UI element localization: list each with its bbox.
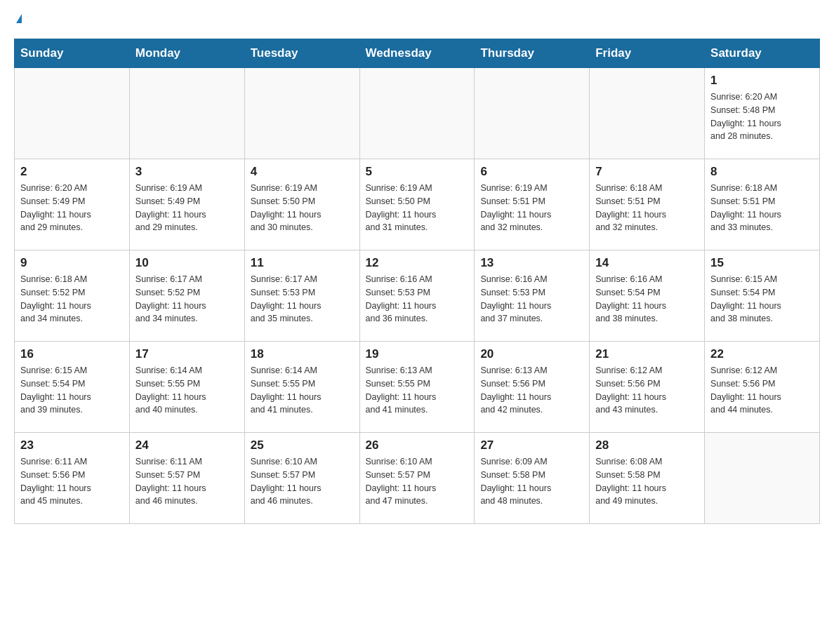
day-number: 1	[710, 74, 814, 88]
calendar-cell: 22Sunrise: 6:12 AM Sunset: 5:56 PM Dayli…	[705, 342, 820, 433]
day-number: 22	[710, 347, 814, 361]
day-number: 27	[480, 438, 583, 452]
calendar-cell	[475, 68, 590, 159]
calendar-week-row: 2Sunrise: 6:20 AM Sunset: 5:49 PM Daylig…	[15, 159, 820, 250]
day-info: Sunrise: 6:19 AM Sunset: 5:49 PM Dayligh…	[135, 182, 239, 234]
calendar-cell: 4Sunrise: 6:19 AM Sunset: 5:50 PM Daylig…	[244, 159, 359, 250]
weekday-header-monday: Monday	[129, 39, 244, 68]
calendar-cell: 8Sunrise: 6:18 AM Sunset: 5:51 PM Daylig…	[705, 159, 820, 250]
day-info: Sunrise: 6:19 AM Sunset: 5:50 PM Dayligh…	[251, 182, 354, 234]
day-info: Sunrise: 6:18 AM Sunset: 5:52 PM Dayligh…	[20, 273, 124, 326]
day-info: Sunrise: 6:16 AM Sunset: 5:53 PM Dayligh…	[366, 273, 469, 326]
day-number: 5	[366, 165, 469, 179]
calendar-cell: 19Sunrise: 6:13 AM Sunset: 5:55 PM Dayli…	[359, 342, 475, 433]
calendar-cell	[705, 433, 820, 524]
day-info: Sunrise: 6:11 AM Sunset: 5:56 PM Dayligh…	[20, 455, 124, 508]
calendar-week-row: 16Sunrise: 6:15 AM Sunset: 5:54 PM Dayli…	[15, 342, 820, 433]
calendar-cell: 7Sunrise: 6:18 AM Sunset: 5:51 PM Daylig…	[590, 159, 705, 250]
day-number: 24	[135, 438, 239, 452]
calendar-cell: 6Sunrise: 6:19 AM Sunset: 5:51 PM Daylig…	[475, 159, 590, 250]
calendar-cell: 9Sunrise: 6:18 AM Sunset: 5:52 PM Daylig…	[15, 250, 130, 342]
calendar-cell: 11Sunrise: 6:17 AM Sunset: 5:53 PM Dayli…	[244, 250, 359, 342]
day-info: Sunrise: 6:15 AM Sunset: 5:54 PM Dayligh…	[20, 364, 124, 417]
weekday-header-friday: Friday	[590, 39, 705, 68]
calendar-cell: 13Sunrise: 6:16 AM Sunset: 5:53 PM Dayli…	[475, 250, 590, 342]
day-info: Sunrise: 6:11 AM Sunset: 5:57 PM Dayligh…	[135, 455, 239, 508]
day-info: Sunrise: 6:17 AM Sunset: 5:52 PM Dayligh…	[135, 273, 239, 326]
logo	[14, 14, 35, 25]
logo-flag-icon	[16, 14, 22, 23]
day-info: Sunrise: 6:13 AM Sunset: 5:56 PM Dayligh…	[480, 364, 583, 417]
calendar-cell	[129, 68, 244, 159]
day-number: 4	[251, 165, 354, 179]
calendar-cell: 17Sunrise: 6:14 AM Sunset: 5:55 PM Dayli…	[129, 342, 244, 433]
day-info: Sunrise: 6:16 AM Sunset: 5:53 PM Dayligh…	[480, 273, 583, 326]
day-info: Sunrise: 6:12 AM Sunset: 5:56 PM Dayligh…	[710, 364, 814, 417]
calendar-cell	[244, 68, 359, 159]
day-number: 3	[135, 165, 239, 179]
weekday-header-saturday: Saturday	[705, 39, 820, 68]
day-number: 18	[251, 347, 354, 361]
day-info: Sunrise: 6:13 AM Sunset: 5:55 PM Dayligh…	[366, 364, 469, 417]
calendar-cell: 20Sunrise: 6:13 AM Sunset: 5:56 PM Dayli…	[475, 342, 590, 433]
day-info: Sunrise: 6:10 AM Sunset: 5:57 PM Dayligh…	[366, 455, 469, 508]
day-info: Sunrise: 6:20 AM Sunset: 5:49 PM Dayligh…	[20, 182, 124, 234]
day-number: 26	[366, 438, 469, 452]
weekday-header-thursday: Thursday	[475, 39, 590, 68]
day-info: Sunrise: 6:20 AM Sunset: 5:48 PM Dayligh…	[710, 90, 814, 143]
day-number: 21	[595, 347, 699, 361]
day-number: 9	[20, 256, 124, 270]
calendar-cell: 1Sunrise: 6:20 AM Sunset: 5:48 PM Daylig…	[705, 68, 820, 159]
calendar-cell: 28Sunrise: 6:08 AM Sunset: 5:58 PM Dayli…	[590, 433, 705, 524]
day-number: 8	[710, 165, 814, 179]
day-number: 28	[595, 438, 699, 452]
day-number: 13	[480, 256, 583, 270]
calendar-cell: 10Sunrise: 6:17 AM Sunset: 5:52 PM Dayli…	[129, 250, 244, 342]
calendar-cell: 26Sunrise: 6:10 AM Sunset: 5:57 PM Dayli…	[359, 433, 475, 524]
day-info: Sunrise: 6:19 AM Sunset: 5:50 PM Dayligh…	[366, 182, 469, 234]
day-number: 19	[366, 347, 469, 361]
calendar-cell: 18Sunrise: 6:14 AM Sunset: 5:55 PM Dayli…	[244, 342, 359, 433]
day-number: 11	[251, 256, 354, 270]
calendar-cell: 12Sunrise: 6:16 AM Sunset: 5:53 PM Dayli…	[359, 250, 475, 342]
day-number: 6	[480, 165, 583, 179]
day-info: Sunrise: 6:17 AM Sunset: 5:53 PM Dayligh…	[251, 273, 354, 326]
calendar-header: SundayMondayTuesdayWednesdayThursdayFrid…	[15, 39, 820, 68]
calendar-cell: 21Sunrise: 6:12 AM Sunset: 5:56 PM Dayli…	[590, 342, 705, 433]
day-info: Sunrise: 6:18 AM Sunset: 5:51 PM Dayligh…	[710, 182, 814, 234]
day-info: Sunrise: 6:14 AM Sunset: 5:55 PM Dayligh…	[251, 364, 354, 417]
day-info: Sunrise: 6:12 AM Sunset: 5:56 PM Dayligh…	[595, 364, 699, 417]
day-info: Sunrise: 6:09 AM Sunset: 5:58 PM Dayligh…	[480, 455, 583, 508]
day-info: Sunrise: 6:18 AM Sunset: 5:51 PM Dayligh…	[595, 182, 699, 234]
day-info: Sunrise: 6:08 AM Sunset: 5:58 PM Dayligh…	[595, 455, 699, 508]
day-number: 2	[20, 165, 124, 179]
day-number: 14	[595, 256, 699, 270]
calendar-cell: 27Sunrise: 6:09 AM Sunset: 5:58 PM Dayli…	[475, 433, 590, 524]
calendar-week-row: 23Sunrise: 6:11 AM Sunset: 5:56 PM Dayli…	[15, 433, 820, 524]
calendar-table: SundayMondayTuesdayWednesdayThursdayFrid…	[14, 39, 820, 524]
calendar-cell: 23Sunrise: 6:11 AM Sunset: 5:56 PM Dayli…	[15, 433, 130, 524]
calendar-cell: 25Sunrise: 6:10 AM Sunset: 5:57 PM Dayli…	[244, 433, 359, 524]
day-info: Sunrise: 6:19 AM Sunset: 5:51 PM Dayligh…	[480, 182, 583, 234]
calendar-cell	[359, 68, 475, 159]
calendar-week-row: 1Sunrise: 6:20 AM Sunset: 5:48 PM Daylig…	[15, 68, 820, 159]
day-number: 20	[480, 347, 583, 361]
day-number: 25	[251, 438, 354, 452]
calendar-cell: 14Sunrise: 6:16 AM Sunset: 5:54 PM Dayli…	[590, 250, 705, 342]
day-number: 16	[20, 347, 124, 361]
calendar-cell: 5Sunrise: 6:19 AM Sunset: 5:50 PM Daylig…	[359, 159, 475, 250]
day-number: 15	[710, 256, 814, 270]
day-info: Sunrise: 6:14 AM Sunset: 5:55 PM Dayligh…	[135, 364, 239, 417]
day-info: Sunrise: 6:16 AM Sunset: 5:54 PM Dayligh…	[595, 273, 699, 326]
day-number: 7	[595, 165, 699, 179]
day-number: 23	[20, 438, 124, 452]
weekday-header-tuesday: Tuesday	[244, 39, 359, 68]
calendar-cell: 15Sunrise: 6:15 AM Sunset: 5:54 PM Dayli…	[705, 250, 820, 342]
day-number: 17	[135, 347, 239, 361]
header	[14, 14, 820, 25]
day-number: 12	[366, 256, 469, 270]
calendar-cell: 3Sunrise: 6:19 AM Sunset: 5:49 PM Daylig…	[129, 159, 244, 250]
day-number: 10	[135, 256, 239, 270]
day-info: Sunrise: 6:15 AM Sunset: 5:54 PM Dayligh…	[710, 273, 814, 326]
calendar-cell: 16Sunrise: 6:15 AM Sunset: 5:54 PM Dayli…	[15, 342, 130, 433]
